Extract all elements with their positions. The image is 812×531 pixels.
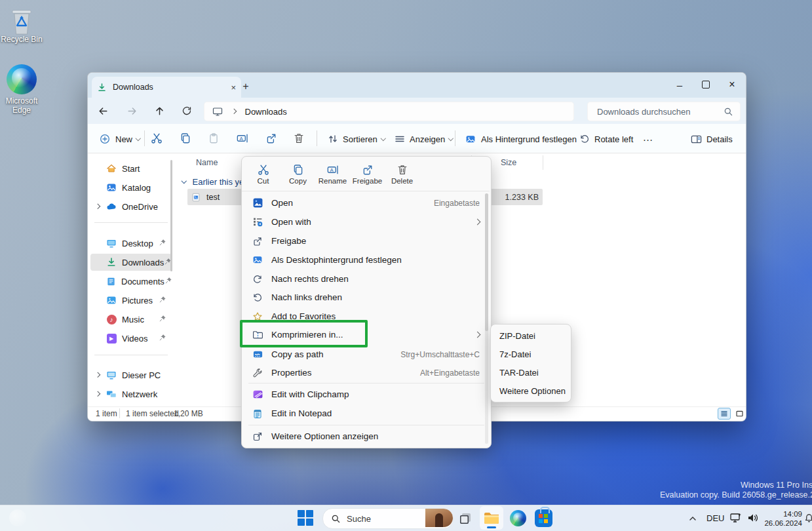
sidebar-label: Pictures — [122, 296, 153, 305]
new-tab-button[interactable]: + — [239, 79, 253, 94]
sidebar-label: Start — [122, 164, 140, 174]
view-button[interactable]: Anzeigen — [391, 130, 457, 148]
cut-button[interactable] — [147, 128, 166, 148]
start-button[interactable] — [296, 509, 315, 527]
sidebar-item-videos[interactable]: ▶ Videos — [90, 330, 172, 347]
minimize-button[interactable]: – — [667, 73, 693, 96]
tab-downloads[interactable]: Downloads × — [92, 77, 241, 98]
menu-item-rotate-right[interactable]: Nach rechts drehen — [245, 269, 486, 288]
compress-submenu: ZIP-Datei 7z-Datei TAR-Datei Weitere Opt… — [490, 324, 571, 403]
refresh-button[interactable] — [177, 101, 197, 121]
clock[interactable]: 14:09 26.06.2024 — [762, 509, 802, 528]
forward-button[interactable] — [122, 101, 142, 121]
show-more-icon — [252, 431, 263, 442]
store-taskbar-button[interactable] — [535, 509, 552, 527]
rotate-left-button[interactable]: Rotate left — [575, 130, 637, 148]
sidebar-scrollbar[interactable] — [170, 160, 172, 271]
notification-bell-icon[interactable] — [803, 513, 812, 523]
edge-shortcut[interactable]: Microsoft Edge — [1, 64, 43, 115]
paste-button[interactable] — [204, 128, 223, 148]
language-indicator[interactable]: DEU — [706, 513, 724, 523]
more-options-icon[interactable]: … — [640, 128, 657, 148]
menu-item-copy-as-path[interactable]: Copy as path Strg+Umschalttaste+C — [245, 345, 486, 364]
menu-shortcut: Strg+Umschalttaste+C — [400, 350, 480, 359]
quick-cut-button[interactable]: Cut — [246, 160, 280, 189]
new-button[interactable]: New — [94, 130, 145, 148]
quick-rename-button[interactable]: A Rename — [315, 160, 350, 189]
menu-item-edit-in-notepad[interactable]: Edit in Notepad — [245, 404, 486, 423]
edge-taskbar-button[interactable] — [510, 510, 526, 526]
widgets-icon[interactable] — [9, 509, 26, 526]
submenu-item-more-options[interactable]: Weitere Optionen — [493, 382, 571, 400]
home-icon — [106, 163, 117, 174]
expand-chevron-icon[interactable] — [95, 372, 100, 378]
details-view-toggle[interactable] — [718, 408, 731, 420]
menu-item-share[interactable]: Freigabe — [245, 231, 486, 250]
view-button-label: Anzeigen — [410, 134, 445, 144]
sidebar-item-start[interactable]: Start — [90, 160, 172, 177]
expand-chevron-icon[interactable] — [95, 391, 100, 397]
search-box[interactable] — [587, 102, 741, 121]
sidebar-item-pictures[interactable]: Pictures — [90, 292, 172, 309]
menu-item-set-desktop-background[interactable]: Als Desktophintergrund festlegen — [245, 250, 486, 269]
menu-item-open-with[interactable]: Open with — [245, 212, 486, 231]
sidebar-item-documents[interactable]: Documents — [90, 273, 172, 290]
sidebar-item-netzwerk[interactable]: Netzwerk — [90, 385, 172, 403]
sidebar-item-music[interactable]: ♪ Music — [90, 311, 172, 328]
status-divider — [119, 408, 120, 418]
icons-view-toggle[interactable] — [733, 408, 746, 420]
share-button[interactable] — [261, 128, 281, 148]
group-header[interactable]: Earlier this ye — [182, 175, 244, 188]
sidebar-item-dieser-pc[interactable]: Dieser PC — [90, 366, 172, 384]
search-input[interactable] — [596, 106, 710, 117]
taskbar-search[interactable]: Suche — [322, 508, 454, 529]
bing-daily-image[interactable] — [425, 509, 453, 527]
menu-item-show-more-options[interactable]: Weitere Optionen anzeigen — [245, 427, 486, 446]
delete-button[interactable] — [289, 128, 309, 148]
network-tray-icon[interactable] — [729, 511, 743, 525]
onedrive-cloud-icon — [106, 201, 117, 212]
expand-chevron-icon[interactable] — [95, 204, 100, 209]
volume-tray-icon[interactable] — [746, 511, 760, 525]
menu-item-rotate-left[interactable]: Nach links drehen — [245, 288, 486, 307]
quick-copy-button[interactable]: Copy — [280, 160, 315, 189]
task-view-button[interactable] — [457, 511, 473, 526]
menu-item-properties[interactable]: Properties Alt+Eingabetaste — [245, 363, 486, 382]
column-separator[interactable] — [543, 155, 543, 170]
tray-expand-button[interactable] — [687, 513, 699, 524]
menu-scrollbar[interactable] — [485, 193, 488, 444]
file-explorer-taskbar-button[interactable] — [480, 506, 503, 530]
up-button[interactable] — [149, 101, 169, 121]
this-pc-icon — [106, 370, 117, 380]
sidebar-item-katalog[interactable]: Katalog — [90, 179, 172, 196]
set-background-button[interactable]: Als Hintergrund festlegen — [461, 130, 581, 148]
copy-button[interactable] — [176, 128, 195, 148]
quick-action-label: Delete — [391, 177, 413, 185]
group-collapse-chevron-icon[interactable] — [182, 178, 187, 184]
address-bar[interactable]: Downloads — [204, 102, 574, 121]
submenu-item-zip[interactable]: ZIP-Datei — [493, 327, 571, 345]
submenu-item-tar[interactable]: TAR-Datei — [493, 364, 571, 382]
menu-item-edit-with-clipchamp[interactable]: Edit with Clipchamp — [245, 385, 486, 404]
sort-button[interactable]: Sortieren — [324, 130, 389, 148]
recycle-bin-shortcut[interactable]: Recycle Bin — [0, 7, 47, 45]
sidebar-label: Netzwerk — [122, 389, 157, 399]
sidebar-item-downloads[interactable]: Downloads — [90, 254, 172, 271]
column-header-name[interactable]: Name — [196, 158, 218, 167]
column-header-size[interactable]: Size — [501, 158, 516, 167]
sidebar-label: Downloads — [122, 258, 164, 267]
sidebar-item-onedrive[interactable]: OneDrive — [90, 198, 172, 215]
details-pane-button[interactable]: Details — [691, 130, 733, 148]
quick-share-button[interactable]: Freigabe — [350, 160, 385, 189]
quick-delete-button[interactable]: Delete — [385, 160, 419, 189]
breadcrumb[interactable]: Downloads — [245, 107, 287, 117]
menu-scrollbar-thumb[interactable] — [485, 193, 488, 331]
rename-button[interactable]: A — [233, 128, 252, 148]
sidebar-item-desktop[interactable]: Desktop — [90, 235, 172, 252]
maximize-button[interactable] — [693, 73, 719, 96]
close-button[interactable]: × — [719, 73, 745, 96]
tab-close-icon[interactable]: × — [231, 83, 236, 92]
menu-item-open[interactable]: Open Eingabetaste — [245, 193, 486, 212]
back-button[interactable] — [93, 101, 113, 121]
submenu-item-7z[interactable]: 7z-Datei — [493, 345, 571, 363]
